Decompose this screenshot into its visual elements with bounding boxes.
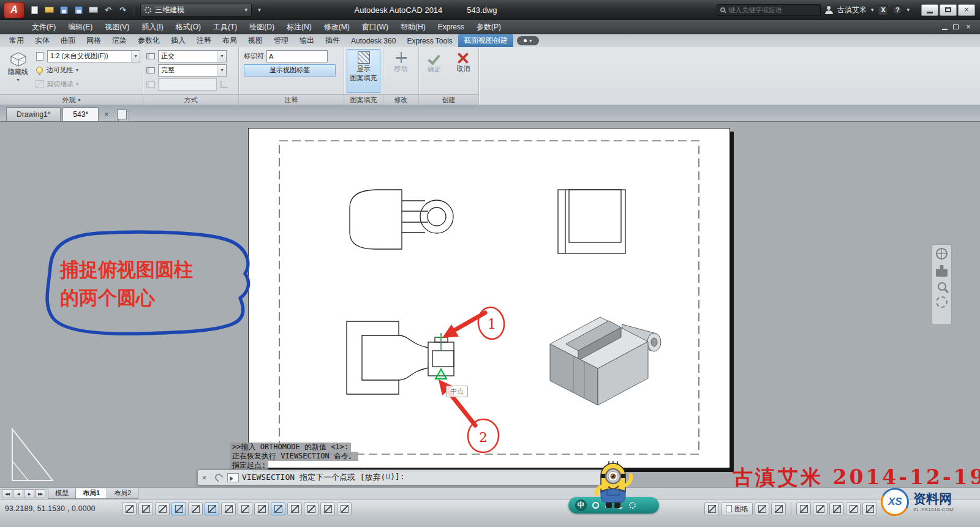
panel-label-modify[interactable]: 修改 <box>383 94 418 105</box>
orbit-icon[interactable] <box>936 296 948 308</box>
menu-insert[interactable]: 插入(I) <box>135 20 169 34</box>
ribbon-minimize-button[interactable]: ▾ <box>517 36 539 45</box>
menu-file[interactable]: 文件(F) <box>26 20 62 34</box>
doc-minimize-icon[interactable] <box>942 29 948 30</box>
toggle-polar-tracking[interactable] <box>188 503 203 515</box>
ribbon-tab-mesh[interactable]: 网格 <box>81 34 107 47</box>
zoom-icon[interactable] <box>938 282 946 291</box>
command-option-key[interactable]: U <box>385 472 390 483</box>
panel-label-create[interactable]: 创建 <box>419 94 478 105</box>
save-button[interactable] <box>57 4 71 17</box>
ribbon-tab-manage[interactable]: 管理 <box>268 34 294 47</box>
toggle-quick-properties[interactable] <box>320 503 335 515</box>
workspace-switch-button[interactable] <box>829 503 844 515</box>
view-scale-dropdown[interactable]: 1:2 (来自父视图(F)) ▾ <box>47 50 140 62</box>
last-tab-button[interactable]: ▶▶ <box>35 489 45 498</box>
saveas-button[interactable] <box>72 4 86 17</box>
model-space-button[interactable] <box>704 503 719 515</box>
new-drawing-button[interactable] <box>28 4 42 17</box>
user-menu-chevron-icon[interactable]: ▾ <box>871 7 874 13</box>
panel-label-annotation[interactable]: 注释 <box>239 94 344 105</box>
move-button[interactable]: 移动 <box>386 49 416 93</box>
menu-edit[interactable]: 编辑(E) <box>62 20 99 34</box>
file-tab-drawing1[interactable]: Drawing1* <box>6 107 61 121</box>
first-tab-button[interactable]: ◀◀ <box>2 489 12 498</box>
help-search-box[interactable] <box>717 4 821 16</box>
show-view-label-toggle[interactable]: 显示视图标签 <box>244 64 336 77</box>
pan-hand-icon[interactable] <box>936 265 948 277</box>
toggle-dynamic-input[interactable] <box>271 503 285 515</box>
panel-label-hatch[interactable]: 图案填充 <box>344 94 383 105</box>
panel-label-method[interactable]: 方式 <box>143 94 238 105</box>
lock-ui-button[interactable] <box>846 503 861 515</box>
clean-screen-button[interactable] <box>862 503 877 515</box>
toggle-osnap-tracking[interactable] <box>238 503 252 515</box>
menu-modify[interactable]: 修改(M) <box>318 20 356 34</box>
ribbon-tab-section-view-creation[interactable]: 截面视图创建 <box>458 34 513 47</box>
doc-close-icon[interactable]: × <box>964 23 973 31</box>
identifier-input[interactable] <box>266 50 328 62</box>
exchange-apps-icon[interactable]: X <box>878 5 888 15</box>
menu-dimension[interactable]: 标注(N) <box>281 20 318 34</box>
annotation-scale-button[interactable] <box>796 503 811 515</box>
file-tab-close-icon[interactable]: × <box>100 107 113 121</box>
ime-chinese-indicator[interactable]: 中 <box>575 499 587 511</box>
layout-paper[interactable] <box>248 128 730 468</box>
ribbon-tab-annotate[interactable]: 注释 <box>191 34 217 47</box>
command-customize-button[interactable] <box>211 474 226 481</box>
toggle-infer-constraints[interactable] <box>122 503 137 515</box>
cancel-button[interactable]: 取消 <box>451 49 477 93</box>
menu-help[interactable]: 帮助(H) <box>394 20 432 34</box>
menu-view[interactable]: 视图(V) <box>99 20 135 34</box>
menu-window[interactable]: 窗口(W) <box>356 20 394 34</box>
depth-dropdown[interactable]: 完整 ▾ <box>158 64 227 77</box>
prev-tab-button[interactable]: ◀ <box>13 489 23 498</box>
navigation-wheel-icon[interactable] <box>936 248 948 260</box>
help-icon[interactable]: ? <box>892 5 902 15</box>
qat-customize-button[interactable]: ▾ <box>252 4 266 17</box>
menu-draw[interactable]: 绘图(D) <box>243 20 281 34</box>
help-menu-chevron-icon[interactable]: ▾ <box>907 7 910 13</box>
show-hatch-toggle[interactable]: 显示 图案填充 <box>347 49 380 93</box>
toggle-dynamic-ucs[interactable] <box>254 503 269 515</box>
ribbon-tab-home[interactable]: 常用 <box>4 34 29 47</box>
ribbon-tab-parametric[interactable]: 参数化 <box>132 34 165 47</box>
drawing-canvas[interactable]: 捕捉俯视图圆柱 的两个圆心 1 2 中点 >>输入 ORTHOMODE 的新值 … <box>0 122 980 487</box>
maximize-button[interactable] <box>940 4 957 16</box>
ribbon-tab-surface[interactable]: 曲面 <box>55 34 81 47</box>
menu-express[interactable]: Express <box>432 20 470 34</box>
toggle-3d-object-snap[interactable] <box>221 503 236 515</box>
workspace-dropdown[interactable]: 三维建模 ▾ <box>140 4 252 17</box>
coordinate-readout[interactable]: 93.2189, 51.1530 , 0.0000 <box>5 504 120 513</box>
annotation-visibility-button[interactable] <box>813 503 827 515</box>
menu-tools[interactable]: 工具(T) <box>207 20 243 34</box>
doc-restore-icon[interactable] <box>953 24 959 29</box>
ribbon-tab-output[interactable]: 输出 <box>294 34 320 47</box>
command-line-bar[interactable]: × VIEWSECTION 指定下一个点或 [放弃(U)]: <box>197 469 619 485</box>
command-close-icon[interactable]: × <box>198 473 211 482</box>
ribbon-tab-autodesk360[interactable]: Autodesk 360 <box>345 34 401 47</box>
ok-button[interactable]: 确定 <box>421 49 447 93</box>
file-tab-543[interactable]: 543* <box>62 107 99 121</box>
tab-layout2[interactable]: 布局2 <box>107 488 138 499</box>
ribbon-tab-view[interactable]: 视图 <box>243 34 268 47</box>
toggle-lineweight[interactable] <box>287 503 302 515</box>
ribbon-tab-express-tools[interactable]: Express Tools <box>401 34 458 47</box>
toggle-selection-cycling[interactable] <box>337 503 352 515</box>
plot-button[interactable] <box>86 4 100 17</box>
redo-button[interactable]: ↷ <box>116 4 130 17</box>
minimize-button[interactable] <box>921 4 938 16</box>
edge-visibility-label[interactable]: 边可见性 <box>47 65 74 75</box>
depth-distance-input[interactable] <box>158 78 217 91</box>
signed-in-user[interactable]: 古滇艾米 <box>837 5 867 15</box>
undo-button[interactable]: ↶ <box>101 4 115 17</box>
next-tab-button[interactable]: ▶ <box>24 489 34 498</box>
ribbon-tab-layout[interactable]: 布局 <box>217 34 243 47</box>
new-tab-button[interactable] <box>117 110 127 119</box>
quick-view-drawings-button[interactable] <box>771 503 786 515</box>
hidden-lines-button[interactable]: 隐藏线 ▾ <box>2 49 34 93</box>
open-button[interactable] <box>42 4 56 17</box>
toggle-snap-mode[interactable] <box>138 503 153 515</box>
close-button[interactable]: × <box>958 4 975 16</box>
projection-dropdown[interactable]: 正交 ▾ <box>158 50 227 62</box>
